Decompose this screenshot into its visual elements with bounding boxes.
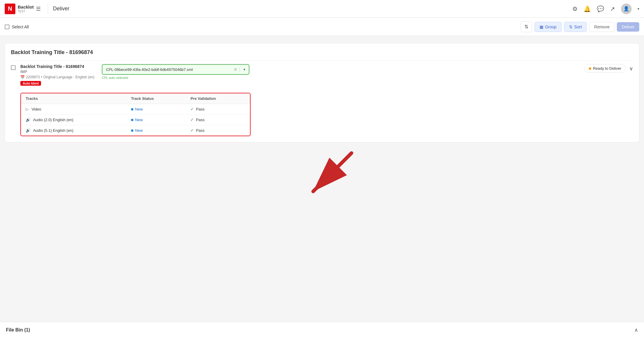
tracks-header: Tracks Track Status Pre Validation: [21, 93, 250, 104]
toolbar-right: ⇅ ▦ Group ⇅ Sort Remove Deliver: [521, 21, 639, 32]
status-badge: Ready to Deliver: [584, 64, 626, 73]
file-bin-title: File Bin (1): [6, 327, 30, 333]
meta-id: 2209973: [26, 75, 40, 79]
item-meta: 📅 2209973 • Original Language - English …: [20, 75, 97, 79]
table-row: 🔊 Audio (5.1) English (en) New ✓: [21, 125, 250, 136]
calendar-icon: 📅: [20, 75, 25, 79]
title-card: Backlot Training Title - 81696874 Backlo…: [5, 43, 639, 142]
status-new: New: [131, 128, 181, 133]
table-row: ▷ Video New ✓ Pass: [21, 104, 250, 115]
track-validation-cell: ✓ Pass: [186, 115, 250, 125]
validation-value: Pass: [196, 107, 205, 111]
app-name-label: Backlot: [18, 4, 34, 10]
track-validation-cell: ✓ Pass: [186, 125, 250, 136]
file-bin: File Bin (1) ∧: [0, 322, 644, 338]
svg-line-1: [313, 153, 352, 191]
status-value: New: [135, 107, 143, 111]
app-sub-label: TEST: [18, 10, 34, 13]
track-status-cell: New: [126, 104, 186, 115]
cpl-divider: [240, 67, 240, 72]
track-name: Video: [32, 107, 41, 111]
status-dot-blue-icon: [131, 129, 133, 132]
item-row: Backlot Training Title - 81696874 IMP 📅 …: [11, 60, 633, 89]
deliver-label: Deliver: [622, 25, 635, 29]
status-new: New: [131, 107, 181, 111]
cpl-auto-label: CPL auto selected: [102, 76, 249, 79]
status-dot-blue-icon: [131, 108, 133, 110]
group-icon: ▦: [540, 25, 543, 29]
validation-value: Pass: [196, 128, 205, 133]
cpl-clear-button[interactable]: ✕: [234, 67, 237, 72]
track-name: Audio (5.1) English (en): [33, 128, 73, 133]
logo-area: N Backlot TEST: [5, 4, 34, 14]
annotation-arrow: [304, 147, 363, 200]
netflix-logo: N: [5, 4, 15, 14]
item-name: Backlot Training Title - 81696874: [20, 64, 97, 69]
video-icon: ▷: [26, 107, 29, 111]
track-name-cell: 🔊 Audio (2.0) English (en): [21, 115, 126, 125]
track-status-cell: New: [126, 115, 186, 125]
page-title: Deliver: [53, 6, 69, 12]
status-area: Ready to Deliver ∨: [584, 64, 633, 73]
cpl-input[interactable]: [106, 67, 231, 72]
deliver-button[interactable]: Deliver: [617, 22, 639, 32]
audio-icon: 🔊: [26, 118, 30, 122]
select-all-area: Select All: [5, 25, 29, 29]
select-all-checkbox[interactable]: [5, 25, 9, 29]
avatar[interactable]: 👤: [621, 4, 632, 14]
file-bin-toggle-button[interactable]: ∧: [634, 327, 638, 333]
cpl-area: ✕ ▾ CPL auto selected: [102, 64, 249, 79]
status-value: New: [135, 128, 143, 133]
pass-check-icon: ✓: [190, 107, 194, 111]
track-name-cell: 🔊 Audio (5.1) English (en): [21, 125, 126, 136]
item-checkbox[interactable]: [11, 65, 16, 70]
external-link-icon[interactable]: ↗: [610, 5, 615, 12]
tracks-col-header: Tracks: [21, 93, 126, 104]
track-name: Audio (2.0) English (en): [33, 118, 73, 122]
app-name-block: Backlot TEST: [18, 4, 34, 13]
remove-button[interactable]: Remove: [589, 22, 614, 32]
tracks-container: Tracks Track Status Pre Validation ▷ Vid…: [20, 93, 251, 136]
table-row: 🔊 Audio (2.0) English (en) New ✓: [21, 115, 250, 125]
sort-icon: ⇅: [569, 25, 573, 29]
item-info: Backlot Training Title - 81696874 IMP 📅 …: [20, 64, 97, 86]
filter-button[interactable]: ⇅: [521, 21, 532, 32]
cpl-input-wrapper: ✕ ▾: [102, 64, 249, 75]
sort-button[interactable]: ⇅ Sort: [564, 22, 587, 32]
track-name-cell: ▷ Video: [21, 104, 126, 115]
audio-icon: 🔊: [26, 128, 30, 133]
status-col-header: Track Status: [126, 93, 186, 104]
header-divider: [48, 4, 48, 14]
item-type: IMP: [20, 69, 97, 74]
chat-icon[interactable]: 💬: [597, 5, 604, 12]
main-area: Backlot Training Title - 81696874 Backlo…: [0, 36, 644, 213]
header-right: ⚙ 🔔 💬 ↗ 👤 ▾: [572, 4, 639, 14]
avatar-chevron-icon[interactable]: ▾: [638, 7, 639, 11]
pass-check-icon: ✓: [190, 128, 194, 133]
remove-label: Remove: [594, 25, 609, 29]
expand-button[interactable]: ∨: [629, 65, 633, 72]
bell-icon[interactable]: 🔔: [583, 5, 591, 12]
tracks-body: ▷ Video New ✓ Pass: [21, 104, 250, 136]
sort-label: Sort: [574, 25, 582, 29]
meta-separator: •: [41, 75, 42, 79]
pass-check-icon: ✓: [190, 118, 194, 122]
group-label: Group: [545, 25, 557, 29]
track-status-cell: New: [126, 125, 186, 136]
group-button[interactable]: ▦ Group: [535, 22, 562, 32]
track-validation-cell: ✓ Pass: [186, 104, 250, 115]
validation-value: Pass: [196, 118, 205, 122]
select-all-label[interactable]: Select All: [12, 25, 29, 29]
app-header: N Backlot TEST ☰ Deliver ⚙ 🔔 💬 ↗ 👤 ▾: [0, 0, 644, 18]
settings-icon[interactable]: ⚙: [572, 5, 578, 12]
hamburger-button[interactable]: ☰: [34, 4, 43, 13]
auto-ident-badge: Auto Ident: [20, 81, 41, 86]
status-label: Ready to Deliver: [593, 66, 621, 71]
validation-col-header: Pre Validation: [186, 93, 250, 104]
cpl-dropdown-button[interactable]: ▾: [243, 67, 245, 72]
main-content: Backlot Training Title - 81696874 Backlo…: [0, 36, 644, 338]
status-dot-blue-icon: [131, 119, 133, 121]
toolbar: Select All ⇅ ▦ Group ⇅ Sort Remove Deliv…: [0, 18, 644, 36]
annotation-arrow-container: [5, 147, 639, 206]
tracks-table: Tracks Track Status Pre Validation ▷ Vid…: [21, 93, 250, 136]
